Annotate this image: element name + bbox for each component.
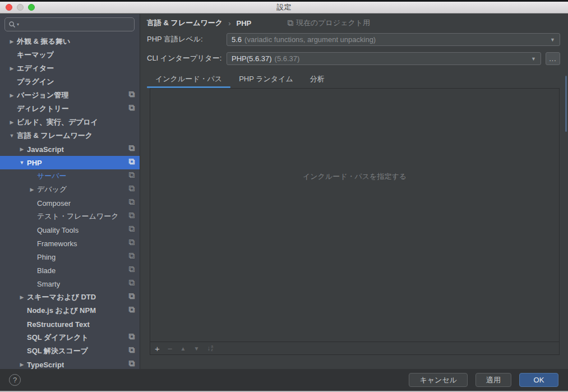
search-input[interactable] bbox=[21, 20, 131, 29]
help-button[interactable]: ? bbox=[9, 374, 21, 386]
cancel-button[interactable]: キャンセル bbox=[409, 373, 468, 387]
php-level-select[interactable]: 5.6 (variadic functions, argument unpack… bbox=[227, 33, 560, 46]
sidebar-item[interactable]: Blade ⧉ bbox=[0, 264, 140, 277]
breadcrumb: 言語 & フレームワーク › PHP ⧉ 現在のプロジェクト用 bbox=[147, 18, 370, 28]
tree-chevron-icon[interactable]: ▶ bbox=[27, 187, 37, 192]
sidebar-item-label: Smarty bbox=[37, 280, 60, 288]
dropdown-arrow-icon[interactable]: ▼ bbox=[527, 56, 536, 62]
per-project-icon: ⧉ bbox=[128, 291, 135, 301]
search-options-caret-icon[interactable]: ▾ bbox=[17, 22, 19, 27]
per-project-icon: ⧉ bbox=[128, 237, 135, 247]
add-path-icon[interactable]: + bbox=[155, 344, 160, 353]
sidebar-item[interactable]: ▶ JavaScript ⧉ bbox=[0, 142, 140, 156]
breadcrumb-languages[interactable]: 言語 & フレームワーク bbox=[147, 18, 223, 28]
cli-interpreter-select[interactable]: PHP(5.6.37) (5.6.37) ▼ bbox=[227, 52, 541, 65]
tree-chevron-icon[interactable]: ▼ bbox=[17, 160, 27, 165]
per-project-icon: ⧉ bbox=[128, 305, 135, 315]
sidebar-item-label: エディター bbox=[17, 63, 54, 73]
sidebar-item-label: SQL 解決スコープ bbox=[27, 346, 88, 356]
window-title: 設定 bbox=[0, 2, 568, 12]
sidebar-item[interactable]: ▶ デバッグ ⧉ bbox=[0, 183, 140, 196]
cli-interpreter-label: CLI インタープリター: bbox=[147, 52, 221, 64]
tree-chevron-icon[interactable]: ▶ bbox=[7, 66, 17, 71]
cli-interpreter-detail: (5.6.37) bbox=[275, 54, 300, 63]
settings-content: 言語 & フレームワーク › PHP ⧉ 現在のプロジェクト用 PHP 言語レベ… bbox=[140, 14, 568, 369]
tree-chevron-icon[interactable]: ▶ bbox=[17, 362, 27, 367]
sidebar-item[interactable]: ▶ バージョン管理 ⧉ bbox=[0, 89, 140, 102]
breadcrumb-php: PHP bbox=[236, 19, 251, 27]
ok-button[interactable]: OK bbox=[519, 373, 558, 387]
sidebar-item[interactable]: Node.js および NPM ⧉ bbox=[0, 304, 140, 317]
scrollbar-thumb[interactable] bbox=[565, 76, 567, 132]
sidebar-item[interactable]: ▶ エディター bbox=[0, 62, 140, 75]
sidebar-item[interactable]: テスト・フレームワーク ⧉ bbox=[0, 210, 140, 223]
sidebar-item-label: Frameworks bbox=[37, 239, 77, 248]
per-project-icon: ⧉ bbox=[128, 345, 135, 355]
sidebar-item-label: ディレクトリー bbox=[17, 104, 69, 114]
settings-search-field[interactable]: ▾ bbox=[4, 17, 135, 31]
sidebar-item-label: Quality Tools bbox=[37, 226, 78, 234]
remove-path-icon[interactable]: − bbox=[168, 344, 173, 353]
php-level-detail: (variadic functions, argument unpacking) bbox=[244, 35, 376, 44]
sidebar-item[interactable]: ▶ 外観 & 振る舞い bbox=[0, 35, 140, 48]
sidebar-item[interactable]: ▼ PHP ⧉ bbox=[0, 156, 140, 169]
tab[interactable]: インクルード・パス bbox=[147, 72, 230, 86]
sidebar-item[interactable]: Phing ⧉ bbox=[0, 250, 140, 264]
tree-chevron-icon[interactable]: ▼ bbox=[7, 133, 17, 139]
dropdown-arrow-icon[interactable]: ▼ bbox=[546, 37, 555, 43]
sidebar-item-label: JavaScript bbox=[27, 145, 64, 154]
include-path-panel: インクルード・パスを指定する + − ▲ ▼ ↓ az bbox=[150, 88, 560, 355]
dialog-footer: ? キャンセル 適用 OK bbox=[0, 369, 568, 391]
per-project-icon: ⧉ bbox=[128, 358, 135, 368]
scope-indicator: ⧉ 現在のプロジェクト用 bbox=[287, 18, 370, 28]
browse-interpreters-button[interactable]: ... bbox=[546, 52, 560, 65]
tab[interactable]: 分析 bbox=[302, 72, 333, 86]
include-path-toolbar: + − ▲ ▼ ↓ az bbox=[150, 342, 559, 354]
sidebar-item[interactable]: サーバー ⧉ bbox=[0, 169, 140, 183]
sidebar-item[interactable]: ディレクトリー ⧉ bbox=[0, 102, 140, 116]
sidebar-item[interactable]: プラグイン bbox=[0, 75, 140, 89]
sidebar-item[interactable]: ▼ 言語 & フレームワーク bbox=[0, 129, 140, 142]
sidebar-item-label: Phing bbox=[37, 253, 56, 261]
sidebar-item-label: TypeScript bbox=[27, 361, 64, 369]
per-project-icon: ⧉ bbox=[128, 210, 135, 220]
tree-chevron-icon[interactable]: ▶ bbox=[7, 93, 17, 98]
move-down-icon[interactable]: ▼ bbox=[193, 344, 199, 353]
sidebar-item[interactable]: Quality Tools ⧉ bbox=[0, 223, 140, 237]
tree-chevron-icon[interactable]: ▶ bbox=[7, 39, 17, 44]
sidebar-item-label: Blade bbox=[37, 266, 56, 275]
move-up-icon[interactable]: ▲ bbox=[181, 344, 186, 353]
tree-chevron-icon[interactable]: ▶ bbox=[7, 119, 17, 125]
tab[interactable]: PHP ランタイム bbox=[230, 72, 302, 86]
sidebar-item[interactable]: ▶ スキーマおよび DTD ⧉ bbox=[0, 290, 140, 304]
per-project-icon: ⧉ bbox=[128, 278, 135, 288]
sidebar-item[interactable]: ▶ TypeScript ⧉ bbox=[0, 358, 140, 369]
sidebar-item-label: ビルド、実行、デプロイ bbox=[17, 117, 98, 127]
sidebar-item[interactable]: Smarty ⧉ bbox=[0, 277, 140, 290]
empty-state-text: インクルード・パスを指定する bbox=[150, 172, 559, 182]
per-project-icon: ⧉ bbox=[128, 156, 135, 167]
apply-button[interactable]: 適用 bbox=[475, 373, 511, 387]
sort-alpha-icon[interactable]: ↓ az bbox=[207, 344, 213, 353]
breadcrumb-separator-icon: › bbox=[228, 19, 230, 27]
sidebar-item[interactable]: SQL 解決スコープ ⧉ bbox=[0, 344, 140, 358]
tree-chevron-icon[interactable]: ▶ bbox=[17, 146, 27, 152]
sidebar-item[interactable]: ▶ ビルド、実行、デプロイ bbox=[0, 116, 140, 129]
per-project-icon: ⧉ bbox=[128, 170, 135, 180]
sidebar-item[interactable]: ReStructured Text bbox=[0, 317, 140, 331]
titlebar[interactable]: 設定 bbox=[0, 2, 568, 13]
settings-sidebar: ▾ ▶ 外観 & 振る舞い キーマップ ▶ エディター プラグイン ▶ バージョ… bbox=[0, 14, 140, 369]
settings-dialog: 設定 ▾ ▶ 外観 & 振る舞い キーマップ ▶ エディター プラグイン bbox=[0, 0, 568, 392]
sidebar-item[interactable]: Frameworks ⧉ bbox=[0, 237, 140, 250]
tab-label: 分析 bbox=[310, 74, 325, 84]
sidebar-item[interactable]: Composer ⧉ bbox=[0, 196, 140, 210]
per-project-icon: ⧉ bbox=[128, 331, 135, 342]
sidebar-item-label: Node.js および NPM bbox=[27, 306, 96, 316]
per-project-icon: ⧉ bbox=[128, 103, 135, 113]
sidebar-item[interactable]: キーマップ bbox=[0, 48, 140, 62]
sidebar-item-label: Composer bbox=[37, 199, 71, 207]
sidebar-item-label: テスト・フレームワーク bbox=[37, 211, 118, 222]
sidebar-item-label: 言語 & フレームワーク bbox=[17, 131, 93, 141]
tree-chevron-icon[interactable]: ▶ bbox=[17, 294, 27, 300]
sidebar-item[interactable]: SQL ダイアレクト ⧉ bbox=[0, 331, 140, 344]
